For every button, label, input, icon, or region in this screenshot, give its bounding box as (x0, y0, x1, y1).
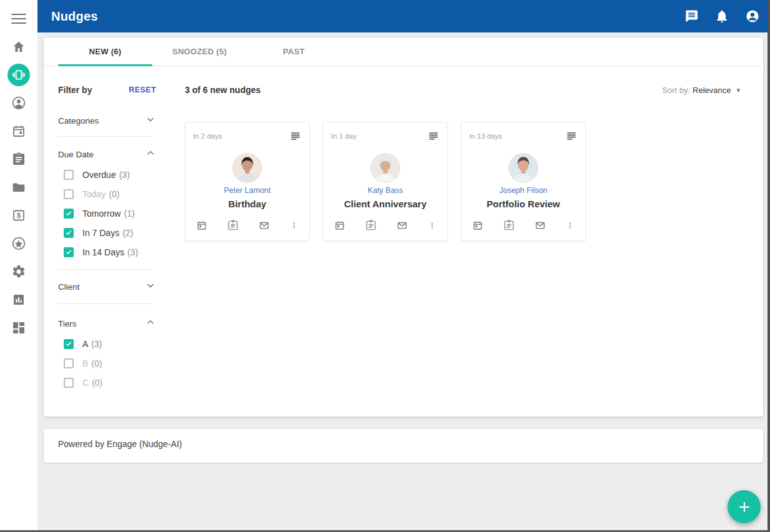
filter-section-tiers[interactable]: Tiers (58, 317, 156, 330)
nudge-card[interactable]: In 2 days Peter Lamont Birthday (185, 122, 310, 241)
filter-option-tier-b[interactable]: B (0) (58, 353, 170, 373)
clipboard-icon[interactable] (227, 220, 239, 231)
mail-icon[interactable] (535, 220, 546, 231)
sidebar-item-dashboard[interactable] (0, 313, 37, 342)
app-header: Nudges (37, 0, 770, 32)
filter-option-today[interactable]: Today (0) (58, 184, 170, 204)
more-vert-icon[interactable] (290, 220, 299, 231)
client-name-link[interactable]: Peter Lamont (193, 186, 302, 195)
filter-option-overdue[interactable]: Overdue (3) (58, 165, 170, 184)
star-circle-icon (11, 236, 26, 251)
notes-icon[interactable] (289, 130, 302, 142)
chat-icon[interactable] (684, 9, 699, 24)
more-vert-icon[interactable] (428, 220, 437, 231)
page-title: Nudges (51, 9, 98, 24)
footer-panel: Powered by Engage (Nudge-AI) (44, 429, 763, 463)
vibration-icon (12, 69, 25, 81)
reset-filters-button[interactable]: RESET (129, 86, 156, 94)
sidebar-item-tasks[interactable] (0, 145, 37, 173)
person-icon (11, 96, 26, 111)
gear-icon (11, 264, 26, 279)
sidebar-item-nudges[interactable] (0, 61, 37, 89)
sidebar-item-settings[interactable] (0, 257, 37, 285)
clipboard-icon[interactable] (503, 220, 515, 231)
divider (58, 136, 152, 137)
nudge-title: Birthday (193, 199, 302, 209)
nudge-count-summary: 3 of 6 new nudges (185, 85, 260, 95)
more-vert-icon[interactable] (566, 220, 575, 231)
checkbox-icon[interactable] (64, 189, 74, 199)
left-sidebar: $ (0, 0, 37, 532)
mail-icon[interactable] (259, 220, 270, 231)
add-nudge-fab[interactable] (728, 490, 761, 523)
tab-new[interactable]: NEW (6) (58, 37, 152, 66)
folder-icon (11, 180, 26, 195)
calendar-icon[interactable] (472, 220, 483, 231)
filter-section-due-date[interactable]: Due Date (58, 147, 156, 161)
chevron-up-icon (145, 147, 156, 161)
due-label: In 2 days (193, 130, 222, 140)
avatar (232, 153, 262, 183)
account-circle-icon[interactable] (745, 9, 760, 24)
powered-by-text: Powered by Engage (Nudge-AI) (58, 439, 182, 449)
calendar-icon[interactable] (334, 220, 345, 231)
nudge-title: Portfolio Review (469, 199, 578, 209)
active-item-highlight (7, 64, 30, 86)
filter-option-in-7-days[interactable]: In 7 Days (2) (58, 223, 170, 242)
checkbox-checked-icon[interactable] (64, 247, 74, 257)
svg-text:$: $ (17, 212, 21, 219)
calendar-icon[interactable] (196, 220, 207, 231)
nudge-card[interactable]: In 1 day Katy Bass Client Anniver (323, 122, 448, 241)
nudge-title: Client Anniversary (331, 199, 440, 209)
notes-icon[interactable] (565, 130, 578, 142)
tab-snoozed[interactable]: SNOOZED (5) (152, 37, 247, 66)
sidebar-nav: $ (0, 32, 37, 342)
sidebar-item-documents[interactable] (0, 173, 37, 201)
dashboard-icon (11, 320, 26, 335)
hamburger-icon[interactable] (11, 11, 26, 22)
client-name-link[interactable]: Katy Bass (331, 186, 440, 195)
filter-option-tier-a[interactable]: A (3) (58, 334, 170, 353)
checkbox-icon[interactable] (64, 170, 74, 180)
sidebar-item-home[interactable] (0, 32, 37, 61)
tab-bar: NEW (6) SNOOZED (5) PAST (44, 37, 763, 66)
sort-dropdown[interactable]: Sort by: Relevance ▾ (662, 86, 740, 95)
filter-section-client[interactable]: Client (58, 280, 156, 293)
checkbox-icon[interactable] (64, 378, 74, 388)
notes-icon[interactable] (427, 130, 440, 142)
notifications-bell-icon[interactable] (714, 9, 729, 24)
window-edge-right (768, 0, 770, 532)
clipboard-icon[interactable] (365, 220, 377, 231)
card-actions (331, 220, 440, 231)
checkbox-icon[interactable] (64, 358, 74, 368)
chevron-up-icon (145, 317, 156, 330)
filter-by-label: Filter by (58, 85, 92, 95)
filter-option-in-14-days[interactable]: In 14 Days (3) (58, 242, 170, 262)
filter-section-categories[interactable]: Categories (58, 114, 156, 127)
active-tab-underline (58, 64, 152, 66)
checkbox-checked-icon[interactable] (64, 228, 74, 238)
avatar (370, 153, 400, 183)
divider (58, 269, 152, 270)
nudge-card[interactable]: In 13 days Joseph Filson Portfoli (461, 122, 586, 241)
clipboard-icon (11, 152, 26, 167)
checkbox-checked-icon[interactable] (64, 339, 74, 349)
dollar-icon: $ (11, 208, 26, 223)
sidebar-item-calendar[interactable] (0, 117, 37, 145)
sidebar-item-contacts[interactable] (0, 89, 37, 117)
home-icon (11, 39, 26, 54)
card-actions (469, 220, 578, 231)
filter-option-tier-c[interactable]: C (0) (58, 373, 170, 392)
client-name-link[interactable]: Joseph Filson (469, 186, 578, 195)
tab-past[interactable]: PAST (247, 37, 341, 66)
filter-option-tomorrow[interactable]: Tomorrow (1) (58, 204, 170, 223)
nudges-content: 3 of 6 new nudges Sort by: Relevance ▾ I… (170, 66, 763, 392)
sidebar-item-favorites[interactable] (0, 229, 37, 257)
checkbox-checked-icon[interactable] (64, 209, 74, 219)
sidebar-item-reports[interactable] (0, 285, 37, 313)
sidebar-item-billing[interactable]: $ (0, 201, 37, 229)
nudges-panel: NEW (6) SNOOZED (5) PAST Filter by RESET… (44, 37, 763, 416)
divider (58, 303, 152, 304)
mail-icon[interactable] (397, 220, 408, 231)
plus-icon (738, 500, 751, 514)
